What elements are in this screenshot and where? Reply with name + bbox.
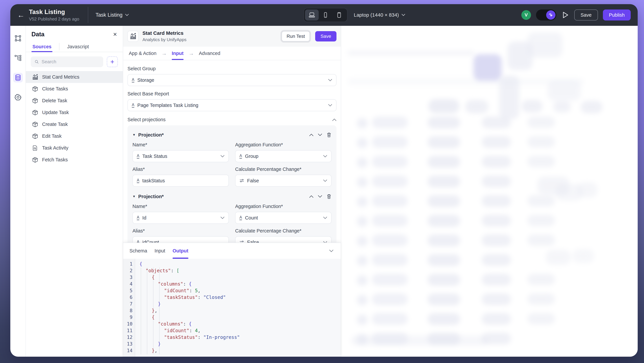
source-title: Stat Card Metrics <box>142 30 278 36</box>
code-body: {"objects": [{"columns": {"idCount": 5,"… <box>135 259 341 357</box>
source-item-update-task[interactable]: Update Task <box>26 107 123 118</box>
source-item-fetch-tasks[interactable]: Fetch Tasks <box>26 154 123 166</box>
collapse-triangle-icon[interactable]: ▼ <box>132 133 136 137</box>
rail-canvas-button[interactable] <box>13 34 23 43</box>
search-input[interactable] <box>42 59 100 65</box>
rail-data-button[interactable] <box>13 73 23 82</box>
blurred-placeholder <box>372 136 408 148</box>
projection-1-name-select[interactable]: A Task Status <box>132 150 229 162</box>
blurred-placeholder <box>553 101 571 112</box>
chevron-down-icon <box>323 217 327 219</box>
ai-assist-toggle[interactable] <box>536 10 556 21</box>
blurred-placeholder <box>357 295 368 305</box>
blurred-placeholder <box>528 274 555 285</box>
move-up-icon[interactable] <box>309 134 314 136</box>
tab-input[interactable]: Input <box>154 243 165 259</box>
app-preview-canvas[interactable] <box>341 26 638 357</box>
trash-icon[interactable] <box>326 132 332 138</box>
step-app-action[interactable]: App & Action <box>129 47 156 60</box>
name-label: Name* <box>132 204 229 209</box>
blurred-placeholder <box>372 176 408 187</box>
page-selector-dropdown[interactable]: Task Listing <box>96 12 129 18</box>
source-item-create-task[interactable]: Create Task <box>26 118 123 130</box>
field-type-icon: A <box>137 154 139 159</box>
aggregation-label: Aggregation Function* <box>235 142 332 148</box>
chevron-down-icon <box>402 14 405 16</box>
tab-sources[interactable]: Sources <box>32 42 52 52</box>
step-input[interactable]: Input <box>172 47 184 60</box>
step-advanced[interactable]: Advanced <box>199 47 220 60</box>
device-phone-button[interactable] <box>319 10 332 21</box>
blurred-placeholder <box>348 51 474 55</box>
move-up-icon[interactable] <box>309 195 314 198</box>
blurred-placeholder <box>482 156 511 168</box>
group-select[interactable]: A Storage <box>128 74 336 86</box>
blurred-placeholder <box>428 234 460 246</box>
chevron-down-icon <box>328 104 332 107</box>
device-laptop-button[interactable] <box>305 10 319 21</box>
blurred-placeholder <box>357 118 368 129</box>
source-item-edit-task[interactable]: Edit Task <box>26 130 123 142</box>
device-tablet-button[interactable] <box>332 10 346 21</box>
projections-label: Select projections <box>128 117 166 122</box>
add-source-button[interactable]: + <box>107 57 118 67</box>
collapse-chevron-down-icon[interactable] <box>329 250 334 252</box>
projection-1-alias-input[interactable]: A taskStatus <box>132 175 229 187</box>
blurred-placeholder <box>357 138 368 148</box>
move-down-icon[interactable] <box>318 195 322 198</box>
blurred-placeholder <box>499 76 519 119</box>
tab-schema[interactable]: Schema <box>130 243 147 259</box>
chevron-down-icon <box>328 79 332 81</box>
group-label: Select Group <box>128 66 336 72</box>
projection-1-aggregation-select[interactable]: A Group <box>235 150 332 162</box>
collapse-chevron-up-icon[interactable] <box>332 118 336 121</box>
output-code-editor[interactable]: 1234567891011121314 {"objects": [{"colum… <box>123 259 341 357</box>
projection-2-name-select[interactable]: A Id <box>132 212 229 224</box>
blurred-placeholder <box>357 334 368 345</box>
projection-2-alias-input[interactable]: A idCount <box>132 236 229 243</box>
move-down-icon[interactable] <box>318 134 322 136</box>
source-item-close-tasks[interactable]: Close Tasks <box>26 83 123 95</box>
rail-settings-button[interactable] <box>13 92 23 102</box>
save-button[interactable]: Save <box>574 10 598 21</box>
blurred-placeholder <box>546 250 571 265</box>
avatar[interactable]: V <box>521 10 531 20</box>
projection-1-calc-pct-select[interactable]: False <box>235 175 332 187</box>
run-test-button[interactable]: Run Test <box>282 31 310 42</box>
source-item-task-activity[interactable]: Task Activity <box>26 142 123 154</box>
blurred-placeholder <box>581 101 602 113</box>
projection-2-aggregation-select[interactable]: A Count <box>235 212 332 224</box>
tab-javascript[interactable]: Javascript <box>66 42 90 52</box>
blurred-placeholder <box>372 333 408 344</box>
source-item-delete-task[interactable]: Delete Task <box>26 95 123 107</box>
play-icon <box>562 11 568 19</box>
field-type-icon: A <box>137 178 139 183</box>
projection-2-calc-pct-select[interactable]: False <box>235 236 332 243</box>
config-save-button[interactable]: Save <box>315 31 336 42</box>
device-size-dropdown[interactable]: Laptop (1440 × 834) <box>354 12 405 18</box>
blurred-placeholder <box>428 215 460 227</box>
source-item-stat-card-metrics[interactable]: Stat Card Metrics <box>26 71 123 83</box>
tab-output[interactable]: Output <box>172 243 188 259</box>
preview-play-button[interactable] <box>562 11 568 19</box>
arrow-right-icon: → <box>188 50 194 57</box>
chevron-down-icon <box>220 217 224 219</box>
frame-select-icon <box>14 35 22 42</box>
base-report-select[interactable]: A Page Templates Task Listing <box>128 99 336 111</box>
data-panel-title: Data <box>32 31 44 38</box>
gear-icon <box>14 93 22 101</box>
collapse-triangle-icon[interactable]: ▼ <box>132 195 136 198</box>
blurred-placeholder <box>522 100 542 112</box>
publish-button[interactable]: Publish <box>603 10 631 21</box>
app-window: ← Task Listing V52 Published 2 days ago … <box>10 4 638 357</box>
blurred-placeholder <box>528 313 555 324</box>
rail-tree-button[interactable] <box>13 53 23 63</box>
back-icon[interactable]: ← <box>17 11 27 19</box>
blurred-placeholder <box>482 215 511 226</box>
trash-icon[interactable] <box>326 194 332 199</box>
name-label: Name* <box>132 142 229 148</box>
close-icon[interactable]: ✕ <box>113 32 117 37</box>
calc-pct-label: Calculate Percentage Change* <box>235 167 332 172</box>
blurred-placeholder <box>548 81 581 101</box>
doc-search-icon <box>32 145 38 151</box>
